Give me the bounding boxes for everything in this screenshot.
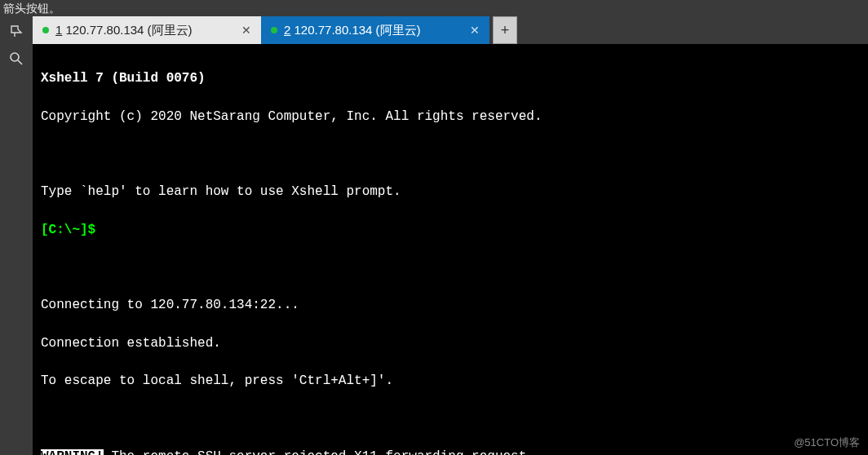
tab-session-1[interactable]: 1 120.77.80.134 (阿里云) ✕ bbox=[33, 16, 261, 44]
terminal-line bbox=[41, 258, 860, 277]
search-icon[interactable] bbox=[5, 49, 28, 68]
svg-point-0 bbox=[11, 53, 19, 61]
tab-strip: 1 120.77.80.134 (阿里云) ✕ 2 120.77.80.134 … bbox=[33, 16, 868, 44]
terminal-line: Connecting to 120.77.80.134:22... bbox=[41, 296, 860, 315]
terminal-line bbox=[41, 410, 860, 429]
pin-icon[interactable] bbox=[5, 21, 28, 41]
tab-session-2[interactable]: 2 120.77.80.134 (阿里云) ✕ bbox=[261, 16, 489, 44]
terminal-line: Xshell 7 (Build 0076) bbox=[41, 69, 860, 88]
terminal-output[interactable]: Xshell 7 (Build 0076) Copyright (c) 2020… bbox=[33, 44, 868, 455]
status-dot-icon bbox=[271, 27, 277, 33]
tab-label: 2 120.77.80.134 (阿里云) bbox=[284, 23, 421, 38]
close-icon[interactable]: ✕ bbox=[241, 24, 251, 37]
terminal-line: Connection established. bbox=[41, 334, 860, 353]
status-dot-icon bbox=[42, 27, 49, 33]
terminal-line bbox=[41, 145, 860, 164]
top-hint-text: 箭头按钮。 bbox=[0, 0, 868, 16]
terminal-line: To escape to local shell, press 'Ctrl+Al… bbox=[41, 372, 860, 391]
svg-line-1 bbox=[18, 60, 22, 64]
terminal-line: WARNING! The remote SSH server rejected … bbox=[41, 448, 860, 455]
main-row: 1 120.77.80.134 (阿里云) ✕ 2 120.77.80.134 … bbox=[0, 16, 868, 455]
left-sidebar bbox=[0, 16, 33, 455]
add-tab-button[interactable]: + bbox=[493, 16, 517, 44]
tab-label: 1 120.77.80.134 (阿里云) bbox=[55, 23, 193, 38]
content-column: 1 120.77.80.134 (阿里云) ✕ 2 120.77.80.134 … bbox=[33, 16, 868, 455]
terminal-line: Copyright (c) 2020 NetSarang Computer, I… bbox=[41, 108, 860, 126]
terminal-line: [C:\~]$ bbox=[41, 221, 860, 240]
watermark: @51CTO博客 bbox=[794, 435, 860, 450]
terminal-line: Type `help' to learn how to use Xshell p… bbox=[41, 183, 860, 201]
close-icon[interactable]: ✕ bbox=[470, 24, 480, 37]
